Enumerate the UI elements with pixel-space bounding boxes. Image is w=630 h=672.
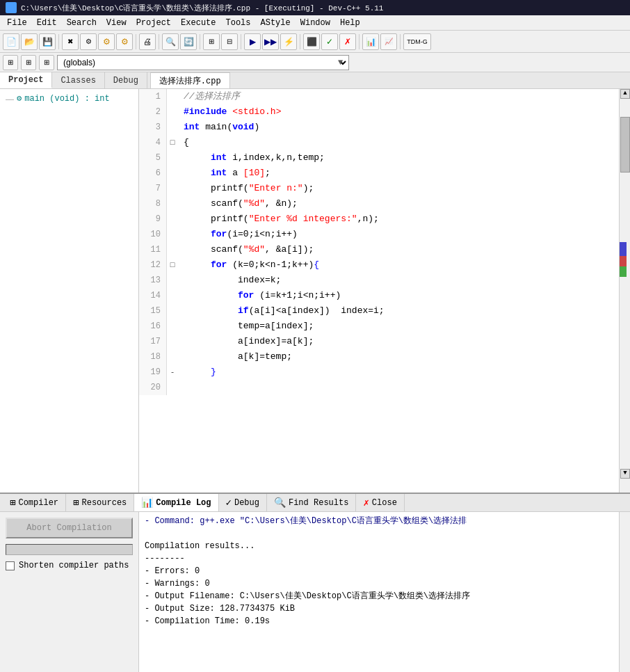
tab-debug[interactable]: Debug bbox=[105, 72, 147, 88]
compile-btn[interactable]: ▶ bbox=[244, 33, 261, 50]
menu-tools[interactable]: Tools bbox=[222, 17, 255, 29]
abort-compilation-button[interactable]: Abort Compilation bbox=[6, 518, 133, 538]
bottom-tab-debug[interactable]: ✓ Debug bbox=[219, 494, 267, 511]
debug-btn[interactable]: ⚡ bbox=[280, 33, 297, 50]
bottom-tab-close[interactable]: ✗ Close bbox=[356, 494, 404, 511]
menu-edit[interactable]: Edit bbox=[33, 17, 61, 29]
menu-astyle[interactable]: AStyle bbox=[257, 17, 295, 29]
shorten-paths-checkbox[interactable] bbox=[6, 561, 15, 570]
close-btn[interactable]: ✖ bbox=[62, 33, 79, 50]
scroll-up-btn[interactable]: ▲ bbox=[620, 89, 630, 99]
title-text: C:\Users\佳美\Desktop\C语言重头学\数组类\选择法排序.cpp… bbox=[21, 3, 383, 13]
check-btn[interactable]: ✓ bbox=[321, 33, 338, 50]
code-area[interactable]: 1 //选择法排序 2 #include <stdio.h> 3 int mai… bbox=[139, 89, 619, 493]
chart-btn[interactable]: 📊 bbox=[362, 33, 379, 50]
menu-view[interactable]: View bbox=[102, 17, 131, 29]
right-scrollbar[interactable]: ▼ ▲ bbox=[619, 89, 630, 493]
globals-select[interactable]: (globals) bbox=[57, 55, 349, 70]
compiler-icon: ⊞ bbox=[10, 497, 15, 509]
sep7 bbox=[359, 34, 360, 49]
close-label: Close bbox=[372, 498, 397, 508]
tb2-btn3[interactable]: ⊞ bbox=[39, 55, 54, 70]
code-line-6: 6 int a [10]; bbox=[139, 166, 619, 181]
line-num-18: 18 bbox=[139, 349, 167, 365]
open-btn[interactable]: 📂 bbox=[21, 33, 38, 50]
bottom-tab-find[interactable]: 🔍 Find Results bbox=[267, 494, 356, 511]
line-code-3: int main(void) bbox=[178, 120, 259, 135]
line-code-18: a[k]=temp; bbox=[178, 349, 292, 365]
new-btn[interactable]: 📄 bbox=[3, 33, 19, 50]
replace-btn[interactable]: 🔄 bbox=[180, 33, 197, 50]
menu-help[interactable]: Help bbox=[336, 17, 364, 29]
debug-icon: ✓ bbox=[226, 497, 232, 509]
line-code-9: printf("Enter %d integers:",n); bbox=[178, 211, 379, 227]
build-btn[interactable]: ⚙ bbox=[98, 33, 115, 50]
menu-file[interactable]: File bbox=[3, 17, 31, 29]
bottom-tab-resources[interactable]: ⊞ Resources bbox=[66, 494, 134, 511]
code-line-10: 10 for(i=0;i<n;i++) bbox=[139, 227, 619, 242]
indent-btn[interactable]: ⊞ bbox=[203, 33, 220, 50]
menu-window[interactable]: Window bbox=[296, 17, 334, 29]
tab-project[interactable]: Project bbox=[0, 72, 52, 88]
tb2-btn1[interactable]: ⊞ bbox=[3, 55, 18, 70]
scroll-down-btn[interactable]: ▼ bbox=[620, 469, 630, 479]
bottom-tab-compiler[interactable]: ⊞ Compiler bbox=[3, 494, 66, 511]
line-num-5: 5 bbox=[139, 150, 167, 166]
scroll-thumb[interactable] bbox=[620, 117, 630, 173]
app-icon bbox=[6, 2, 17, 13]
code-line-7: 7 printf("Enter n:"); bbox=[139, 181, 619, 196]
code-line-20: 20 bbox=[139, 380, 619, 395]
build2-btn[interactable]: ⚙ bbox=[116, 33, 133, 50]
line-fold-19: - bbox=[167, 365, 178, 380]
line-code-5: int i,index,k,n,temp; bbox=[178, 150, 325, 166]
output-line-6: - Output Filename: C:\Users\佳美\Desktop\C… bbox=[145, 590, 613, 602]
output-line-8: - Compilation Time: 0.19s bbox=[145, 615, 613, 627]
compiler-label: Compiler bbox=[18, 498, 58, 508]
menu-project[interactable]: Project bbox=[132, 17, 175, 29]
code-line-5: 5 int i,index,k,n,temp; bbox=[139, 150, 619, 166]
cross-btn[interactable]: ✗ bbox=[339, 33, 356, 50]
line-num-2: 2 bbox=[139, 104, 167, 120]
code-line-13: 13 index=k; bbox=[139, 273, 619, 288]
line-num-14: 14 bbox=[139, 288, 167, 303]
find-label: Find Results bbox=[289, 498, 348, 508]
line-code-15: if(a[i]<a[index]) index=i; bbox=[178, 303, 385, 319]
code-line-16: 16 temp=a[index]; bbox=[139, 319, 619, 334]
line-num-16: 16 bbox=[139, 319, 167, 334]
line-code-14: for (i=k+1;i<n;i++) bbox=[178, 288, 341, 303]
code-line-8: 8 scanf("%d", &n); bbox=[139, 196, 619, 211]
tab-classes[interactable]: Classes bbox=[52, 72, 104, 88]
bottom-tab-compile-log[interactable]: 📊 Compile Log bbox=[134, 494, 218, 511]
save-btn[interactable]: 💾 bbox=[39, 33, 56, 50]
compile-output-scrollbar[interactable] bbox=[619, 512, 630, 672]
sep8 bbox=[400, 34, 401, 49]
line-num-6: 6 bbox=[139, 166, 167, 181]
output-line-0: - Command: g++.exe "C:\Users\佳美\Desktop\… bbox=[145, 515, 613, 527]
code-line-18: 18 a[k]=temp; bbox=[139, 349, 619, 365]
stop-btn[interactable]: ⬛ bbox=[303, 33, 320, 50]
code-line-11: 11 scanf("%d", &a[i]); bbox=[139, 242, 619, 257]
tb2-btn2[interactable]: ⊞ bbox=[21, 55, 36, 70]
file-tab-main[interactable]: 选择法排序.cpp bbox=[150, 72, 230, 88]
toolbar2: ⊞ ⊞ ⊞ (globals) ▼ bbox=[0, 53, 630, 72]
run-btn[interactable]: ▶▶ bbox=[262, 33, 279, 50]
properties-btn[interactable]: ⚙ bbox=[80, 33, 97, 50]
tree-item-main[interactable]: …… ⚙ main (void) : int bbox=[3, 92, 136, 105]
line-num-17: 17 bbox=[139, 334, 167, 349]
menu-search[interactable]: Search bbox=[63, 17, 101, 29]
line-code-13: index=k; bbox=[178, 273, 281, 288]
shorten-paths-label: Shorten compiler paths bbox=[19, 561, 129, 570]
unindent-btn[interactable]: ⊟ bbox=[221, 33, 238, 50]
menu-execute[interactable]: Execute bbox=[177, 17, 220, 29]
print-btn[interactable]: 🖨 bbox=[139, 33, 156, 50]
bottom-content: Abort Compilation Shorten compiler paths… bbox=[0, 512, 630, 672]
code-line-1: 1 //选择法排序 bbox=[139, 89, 619, 104]
output-line-4: - Errors: 0 bbox=[145, 565, 613, 577]
line-fold-4: □ bbox=[167, 135, 178, 150]
right-bar-2 bbox=[620, 256, 627, 266]
tdm-btn[interactable]: TDM-G bbox=[403, 33, 431, 50]
chart2-btn[interactable]: 📈 bbox=[380, 33, 397, 50]
find-btn[interactable]: 🔍 bbox=[162, 33, 179, 50]
line-num-13: 13 bbox=[139, 273, 167, 288]
code-line-14: 14 for (i=k+1;i<n;i++) bbox=[139, 288, 619, 303]
